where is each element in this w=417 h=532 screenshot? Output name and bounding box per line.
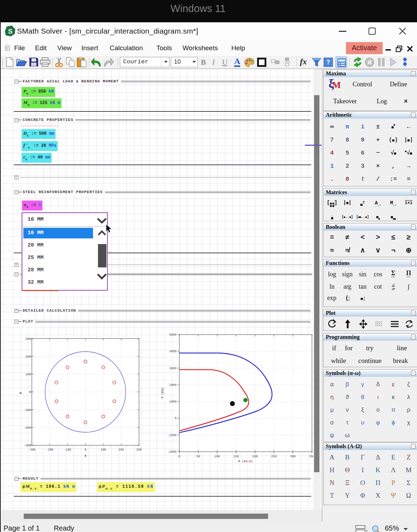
svg-text:-100: -100 bbox=[24, 409, 31, 412]
svg-text:200: 200 bbox=[252, 455, 257, 458]
svg-text:250: 250 bbox=[271, 455, 277, 458]
svg-text:2000: 2000 bbox=[169, 383, 176, 387]
svg-text:x: x bbox=[85, 454, 86, 458]
svg-text:-300: -300 bbox=[28, 448, 35, 452]
svg-text:200: 200 bbox=[118, 448, 124, 452]
svg-text:350: 350 bbox=[309, 455, 313, 458]
svg-text:50: 50 bbox=[196, 455, 200, 458]
svg-text:0: 0 bbox=[29, 391, 31, 394]
svg-text:100: 100 bbox=[214, 455, 220, 458]
svg-text:5000: 5000 bbox=[169, 333, 176, 337]
svg-text:-200: -200 bbox=[46, 448, 53, 452]
svg-text:300: 300 bbox=[25, 337, 31, 341]
svg-text:0: 0 bbox=[85, 448, 86, 452]
svg-text:4000: 4000 bbox=[169, 350, 176, 353]
svg-text:0: 0 bbox=[178, 455, 180, 458]
svg-text:100: 100 bbox=[25, 373, 31, 376]
svg-text:-200: -200 bbox=[24, 426, 31, 430]
svg-text:-100: -100 bbox=[64, 448, 71, 452]
svg-text:100: 100 bbox=[100, 448, 106, 452]
svg-text:150: 150 bbox=[233, 455, 239, 458]
svg-text:0: 0 bbox=[175, 417, 176, 420]
svg-text:300: 300 bbox=[290, 455, 295, 458]
svg-text:-1000: -1000 bbox=[167, 434, 176, 437]
svg-text:1000: 1000 bbox=[169, 400, 176, 404]
svg-text:-300: -300 bbox=[24, 444, 31, 447]
svg-text:-2000: -2000 bbox=[167, 450, 176, 454]
svg-text:P (kN): P (kN) bbox=[161, 388, 164, 399]
svg-text:M (kN.m): M (kN.m) bbox=[238, 460, 253, 463]
svg-text:y: y bbox=[19, 392, 22, 394]
svg-text:S: S bbox=[8, 28, 13, 35]
svg-text:200: 200 bbox=[25, 355, 31, 359]
svg-text:300: 300 bbox=[136, 448, 141, 452]
svg-text:3000: 3000 bbox=[169, 367, 176, 370]
